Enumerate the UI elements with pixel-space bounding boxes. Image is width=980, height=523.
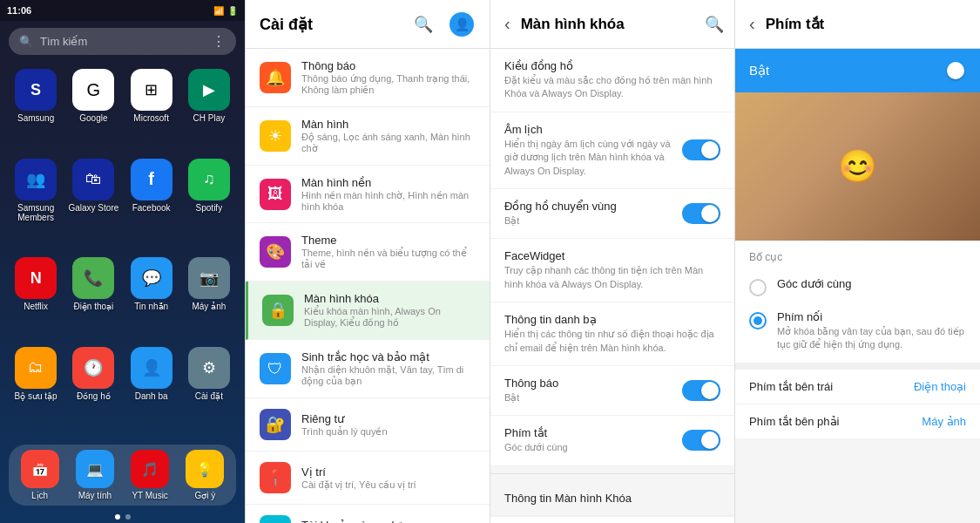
app-facebook[interactable]: f Facebook — [125, 159, 179, 255]
wallpaper-text: Màn hình nền Hình nền màn hình chờ, Hình… — [301, 176, 476, 212]
contact-info-item[interactable]: Thông tin danh bạ Hiển thị các thông tin… — [490, 302, 734, 366]
samsung-members-label: Samsung Members — [9, 203, 63, 222]
settings-biometrics[interactable]: 🛡 Sinh trắc học và bảo mật Nhận diện khu… — [246, 340, 490, 398]
app-samsung-members[interactable]: 👥 Samsung Members — [9, 159, 63, 255]
more-info-text: Thông tin Màn hình Khóa — [504, 492, 632, 505]
app-camera[interactable]: 📷 Máy ảnh — [182, 257, 236, 343]
app-settings[interactable]: ⚙ Cài đặt — [182, 347, 236, 433]
settings-privacy[interactable]: 🔐 Riêng tư Trình quản lý quyền — [246, 398, 490, 452]
theme-sub: Theme, hình nền và biểu tượng có thể tải… — [301, 248, 476, 270]
lockscreen-panel: ‹ Màn hình khóa 🔍 Kiều đồng hồ Đặt kiểu … — [490, 0, 734, 523]
dock-tips[interactable]: 💡 Gợi ý — [179, 450, 231, 500]
search-icon: 🔍 — [19, 35, 33, 48]
back-button[interactable]: ‹ — [501, 10, 514, 37]
location-sub: Cài đặt vị trí, Yêu cầu vị trí — [301, 479, 416, 491]
facewidget-item[interactable]: FaceWidget Truy cập nhanh các thông tin … — [490, 239, 734, 302]
shortcuts-sub: Góc dưới cùng — [504, 441, 568, 454]
camera-label: Máy ảnh — [192, 302, 226, 311]
clock-style-item[interactable]: Kiều đồng hồ Đặt kiểu và màu sắc cho đồn… — [490, 49, 734, 112]
shortcuts-title: Phím tắt — [766, 15, 970, 33]
shortcuts-header: ‹ Phím tắt — [735, 0, 980, 49]
notifications-sub: Thông báo ứng dụng, Thanh trạng thái, Kh… — [301, 73, 476, 96]
lunar-toggle[interactable] — [682, 139, 720, 160]
contact-sub: Hiển thị các thông tin như số điện thoại… — [504, 328, 720, 355]
settings-display[interactable]: ☀ Màn hình Độ sáng, Lọc ánh sáng xanh, M… — [246, 107, 490, 166]
tips-icon: 💡 — [186, 450, 224, 488]
shortcuts-toggle[interactable] — [682, 430, 720, 451]
menu-dots-icon[interactable]: ⋮ — [212, 33, 226, 50]
notifications-lock-item[interactable]: Thông báo Bật — [490, 366, 734, 416]
search-bar[interactable]: 🔍 Tìm kiếm ⋮ — [9, 28, 236, 55]
roaming-clock-item[interactable]: Đồng hồ chuyển vùng Bật — [490, 189, 734, 239]
app-messages[interactable]: 💬 Tin nhắn — [125, 257, 179, 343]
search-button[interactable]: 🔍 — [409, 10, 437, 38]
preview-on-label: Bật — [749, 63, 769, 78]
profile-button[interactable]: 👤 — [448, 10, 476, 38]
wallpaper-icon: 🖼 — [260, 179, 291, 210]
app-phone[interactable]: 📞 Điện thoại — [66, 257, 120, 343]
accounts-text: Tài khoản và sao lưu Samsung Cloud, Smar… — [301, 519, 431, 523]
app-chplay[interactable]: ▶ CH Play — [182, 69, 236, 155]
dock-ytmusic[interactable]: 🎵 YT Music — [125, 450, 176, 500]
settings-theme[interactable]: 🎨 Theme Theme, hình nền và biểu tượng có… — [246, 223, 490, 282]
netflix-label: Netflix — [24, 302, 48, 311]
roaming-toggle[interactable] — [682, 203, 720, 224]
layout-section: Bố cục Góc dưới cùng Phím nối Mở khóa bằ… — [735, 241, 980, 363]
app-collection[interactable]: 🗂 Bộ sưu tập — [9, 347, 63, 433]
samsung-members-icon: 👥 — [15, 159, 57, 200]
more-info-item[interactable]: Thông tin Màn hình Khóa — [490, 481, 734, 516]
battery-icon: 🔋 — [227, 6, 238, 16]
spotify-label: Spotify — [196, 203, 223, 213]
app-netflix[interactable]: N Netflix — [9, 257, 63, 343]
settings-wallpaper[interactable]: 🖼 Màn hình nền Hình nền màn hình chờ, Hì… — [246, 166, 490, 223]
app-samsung[interactable]: S Samsung — [9, 69, 63, 155]
clock-style-text: Kiều đồng hồ Đặt kiểu và màu sắc cho đồn… — [504, 59, 720, 101]
clock-style-main: Kiều đồng hồ — [504, 59, 720, 72]
app-google[interactable]: G Google — [66, 69, 120, 155]
app-spotify[interactable]: ♫ Spotify — [182, 159, 236, 255]
left-shortcut-item[interactable]: Phím tắt bên trái Điện thoại — [735, 363, 980, 404]
settings-accounts[interactable]: ☁ Tài khoản và sao lưu Samsung Cloud, Sm… — [246, 505, 490, 523]
shortcuts-item[interactable]: Phím tắt Góc dưới cùng — [490, 416, 734, 465]
app-microsoft[interactable]: ⊞ Microsoft — [125, 69, 179, 155]
settings-notifications[interactable]: 🔔 Thông báo Thông báo ứng dụng, Thanh tr… — [246, 49, 490, 107]
privacy-main: Riêng tư — [301, 412, 388, 425]
lockscreen-main: Màn hình khóa — [304, 292, 476, 305]
notifications-lock-toggle[interactable] — [682, 380, 720, 401]
microsoft-icon: ⊞ — [131, 69, 172, 111]
accounts-main: Tài khoản và sao lưu — [301, 519, 431, 523]
app-clock[interactable]: 🕐 Đồng hồ — [66, 347, 120, 433]
dock-calendar[interactable]: 📅 Lịch — [14, 450, 65, 500]
theme-icon: 🎨 — [260, 236, 291, 268]
calendar-label: Lịch — [31, 491, 48, 500]
privacy-text: Riêng tư Trình quản lý quyền — [301, 412, 388, 438]
app-galaxy-store[interactable]: 🛍 Galaxy Store — [66, 159, 120, 255]
radio-key-main: Phím nối — [777, 310, 966, 323]
dock-computer[interactable]: 💻 Máy tính — [69, 450, 120, 500]
settings-title: Cài đặt — [260, 15, 399, 34]
lunar-calendar-item[interactable]: Âm lịch Hiển thị ngày âm lịch cùng với n… — [490, 112, 734, 189]
notif-lock-text: Thông báo Bật — [504, 377, 558, 404]
shortcut-main-toggle[interactable] — [928, 60, 966, 81]
search-more-section: Bạn đang tìm kiếm điều gì khác? Nhận diệ… — [490, 516, 734, 523]
privacy-icon: 🔐 — [260, 409, 291, 440]
app-contacts[interactable]: 👤 Danh ba — [125, 347, 179, 433]
status-bar-home: 11:06 📶 🔋 — [0, 0, 245, 21]
settings-lockscreen[interactable]: 🔒 Màn hình khóa Kiểu khóa màn hình, Alwa… — [246, 282, 490, 340]
shortcuts-panel: ‹ Phím tắt Bật 😊 Bố cục Góc dưới cùng Ph… — [734, 0, 980, 523]
settings-location[interactable]: 📍 Vị trí Cài đặt vị trí, Yêu cầu vị trí — [246, 452, 490, 505]
roaming-sub: Bật — [504, 214, 617, 228]
shortcuts-back-button[interactable]: ‹ — [746, 10, 759, 37]
radio-key[interactable]: Phím nối Mở khóa bằng vân tay của bạn, s… — [749, 303, 966, 359]
wallpaper-sub: Hình nền màn hình chờ, Hình nền màn hình… — [301, 190, 476, 212]
home-screen: 11:06 📶 🔋 🔍 Tìm kiếm ⋮ S Samsung G Googl… — [0, 0, 245, 523]
facewidget-main: FaceWidget — [504, 249, 720, 262]
radio-corner[interactable]: Góc dưới cùng — [749, 270, 966, 303]
shortcuts-text: Phím tắt Góc dưới cùng — [504, 426, 568, 454]
samsung-icon: S — [15, 69, 57, 111]
search-lockscreen-icon[interactable]: 🔍 — [705, 15, 724, 34]
lockscreen-sub: Kiểu khóa màn hình, Always On Display, K… — [304, 306, 476, 329]
divider — [490, 473, 734, 474]
right-shortcut-item[interactable]: Phím tắt bên phải Máy ảnh — [735, 404, 980, 438]
search-icon-settings: 🔍 — [414, 15, 433, 34]
